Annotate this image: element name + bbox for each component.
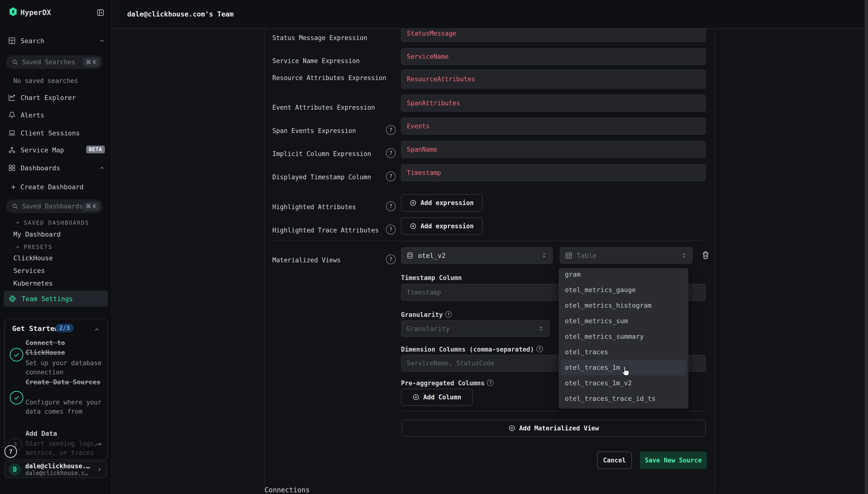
displayed-timestamp-column-input[interactable]: Timestamp <box>401 164 706 181</box>
check-circle-icon <box>10 348 23 362</box>
dimension-columns-label: Dimension Columns (comma-separated)? <box>401 346 543 353</box>
delete-materialized-view-button[interactable] <box>701 250 710 261</box>
create-dashboard-button[interactable]: + Create Dashboard <box>11 183 83 191</box>
resource-attributes-expression-input[interactable]: ResourceAttributes <box>401 70 706 89</box>
sidebar-item-my-dashboard[interactable]: My Dashboard <box>13 230 61 238</box>
chart-icon <box>8 94 16 101</box>
chevron-down-icon <box>15 244 20 250</box>
dropdown-option[interactable]: gram <box>561 268 686 282</box>
help-icon[interactable]: ? <box>386 148 396 158</box>
divider <box>401 411 706 412</box>
sidebar-item-client-sessions[interactable]: Client Sessions <box>8 129 80 137</box>
team-settings-label: Team Settings <box>22 295 73 303</box>
user-menu[interactable]: D dale@clickhouse.… dale@clickhouse.c… <box>4 461 107 478</box>
field-label: Status Message Expression <box>272 33 386 42</box>
cancel-button[interactable]: Cancel <box>597 452 632 469</box>
help-icon[interactable]: ? <box>386 125 396 135</box>
get-started-step-title[interactable]: Connect to ClickHouse <box>25 338 106 357</box>
user-name: dale@clickhouse.… <box>25 462 92 470</box>
sidebar-item-label: Dashboards <box>21 164 60 172</box>
sidebar: HyperDX Search Saved Searches ⌘ K No sav… <box>0 0 112 494</box>
table-placeholder: Table <box>577 252 597 259</box>
field-value: SpanAttributes <box>407 99 460 107</box>
dropdown-option[interactable]: otel_traces_1m_v2 <box>561 375 686 391</box>
laptop-icon <box>8 129 16 137</box>
field-label: Service Name Expression <box>272 56 386 65</box>
dropdown-option[interactable]: otel_metrics_sum <box>561 313 686 329</box>
saved-searches-input[interactable]: Saved Searches ⌘ K <box>6 55 103 69</box>
span-events-expression-input[interactable]: Events <box>401 118 706 135</box>
event-attributes-expression-input[interactable]: SpanAttributes <box>401 95 706 112</box>
sidebar-item-services[interactable]: Services <box>13 267 45 274</box>
create-dashboard-label: Create Dashboard <box>20 183 83 191</box>
help-button[interactable]: ? <box>4 445 17 458</box>
saved-dashboards-input[interactable]: Saved Dashboards ⌘ K <box>6 200 103 213</box>
add-expression-button[interactable]: Add expression <box>401 217 483 235</box>
get-started-panel: Get Started 2/3 Connect to ClickHouse Se… <box>4 319 108 460</box>
sidebar-item-label: Chart Explorer <box>21 94 76 101</box>
sidebar-item-kubernetes[interactable]: Kubernetes <box>13 280 53 287</box>
label-text: Dimension Columns (comma-separated) <box>401 346 534 353</box>
chevron-up-icon <box>99 165 105 171</box>
implicit-column-expression-input[interactable]: SpanName <box>401 141 706 158</box>
help-icon[interactable]: ? <box>487 379 493 386</box>
dropdown-option[interactable]: otel_metrics_summary <box>561 329 686 344</box>
connections-heading: Connections <box>265 486 309 494</box>
plus-circle-icon <box>410 223 416 230</box>
user-email: dale@clickhouse.c… <box>25 470 92 477</box>
dropdown-option[interactable]: otel_traces <box>561 344 686 360</box>
search-icon <box>12 59 18 65</box>
field-value: Events <box>407 122 430 130</box>
add-materialized-view-button[interactable]: Add Materialized View <box>401 420 706 437</box>
top-header: dale@clickhouse.com's Team <box>112 0 868 28</box>
bell-icon <box>8 111 16 119</box>
save-new-source-button[interactable]: Save New Source <box>640 452 707 469</box>
add-column-button[interactable]: Add Column <box>401 389 473 406</box>
scrollbar[interactable] <box>865 0 868 494</box>
help-icon[interactable]: ? <box>445 311 452 318</box>
add-expression-button[interactable]: Add expression <box>401 194 483 212</box>
collapse-sidebar-icon[interactable] <box>97 9 105 17</box>
chevron-up-icon[interactable] <box>94 326 100 332</box>
saved-dashboards-section[interactable]: SAVED DASHBOARDS <box>15 220 89 226</box>
select-chevrons-icon <box>681 252 687 259</box>
plus-circle-icon <box>410 200 416 206</box>
help-icon[interactable]: ? <box>386 254 396 264</box>
materialized-view-table-select[interactable]: Table <box>560 247 693 264</box>
help-icon[interactable]: ? <box>536 346 543 352</box>
help-icon[interactable]: ? <box>386 225 396 234</box>
presets-section[interactable]: PRESETS <box>15 244 53 250</box>
button-label: Add expression <box>420 223 474 230</box>
get-started-title: Get Started <box>12 324 59 332</box>
help-icon[interactable]: ? <box>386 202 396 211</box>
field-label: Highlighted Attributes <box>272 202 386 212</box>
sidebar-item-dashboards[interactable]: Dashboards <box>8 164 105 172</box>
sidebar-item-alerts[interactable]: Alerts <box>8 111 44 119</box>
status-message-expression-input[interactable]: StatusMessage <box>401 28 706 42</box>
sidebar-item-search[interactable]: Search <box>8 36 105 45</box>
source-settings-card: Status Message Expression StatusMessage … <box>265 28 715 494</box>
granularity-select[interactable]: Granularity <box>401 320 549 337</box>
materialized-view-database-select[interactable]: otel_v2 <box>401 247 553 264</box>
input-placeholder: Timestamp <box>407 289 441 296</box>
dropdown-option[interactable]: otel_metrics_histogram <box>561 298 686 313</box>
help-icon[interactable]: ? <box>386 172 396 181</box>
dropdown-option[interactable]: otel_metrics_gauge <box>561 282 686 298</box>
sidebar-item-chart-explorer[interactable]: Chart Explorer <box>8 93 76 102</box>
field-label: Displayed Timestamp Column <box>272 172 386 182</box>
dropdown-option-hovered[interactable]: otel_traces_1m <box>561 360 686 375</box>
dropdown-option[interactable]: otel_traces_trace_id_ts <box>561 391 686 406</box>
label-text: Pre-aggregated Columns <box>401 379 485 387</box>
sidebar-item-service-map[interactable]: Service Map <box>8 146 64 154</box>
get-started-step-title[interactable]: Create Data Sources <box>25 377 106 387</box>
table-select-dropdown: gram otel_metrics_gauge otel_metrics_his… <box>559 268 688 408</box>
service-name-expression-input[interactable]: ServiceName <box>401 48 706 65</box>
dashboards-icon <box>8 164 16 172</box>
service-map-icon <box>8 146 16 154</box>
sidebar-item-team-settings[interactable]: Team Settings <box>4 291 108 307</box>
get-started-step-desc: Set up your database connection <box>25 358 106 377</box>
sidebar-item-clickhouse[interactable]: ClickHouse <box>13 254 53 262</box>
no-saved-searches-text: No saved searches <box>13 77 78 84</box>
arrow-right-icon[interactable]: → <box>95 439 102 449</box>
get-started-step-title[interactable]: Add Data <box>25 429 106 438</box>
